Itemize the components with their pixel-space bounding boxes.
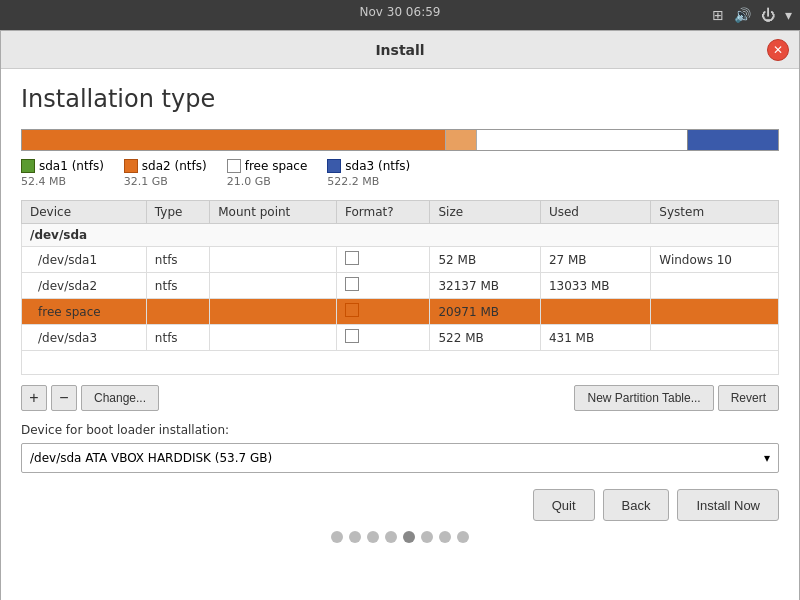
legend-box-sda1 [21, 159, 35, 173]
partition-bar-sda2 [22, 130, 445, 150]
change-partition-button[interactable]: Change... [81, 385, 159, 411]
legend-size-sda2: 32.1 GB [124, 175, 207, 188]
window-titlebar: Install ✕ [1, 31, 799, 69]
col-device: Device [22, 201, 147, 224]
cell-system [651, 325, 779, 351]
legend-label-sda1: sda1 (ntfs) [39, 159, 104, 173]
dot-5-active [403, 531, 415, 543]
dot-2 [349, 531, 361, 543]
cell-mount [210, 273, 337, 299]
format-checkbox-sda2[interactable] [345, 277, 359, 291]
legend-size-sda1: 52.4 MB [21, 175, 104, 188]
cell-format[interactable] [337, 247, 430, 273]
legend-box-sda3 [327, 159, 341, 173]
action-buttons: Quit Back Install Now [21, 489, 779, 521]
remove-partition-button[interactable]: − [51, 385, 77, 411]
partition-bar-sda2b [445, 130, 475, 150]
bootloader-value: /dev/sda ATA VBOX HARDDISK (53.7 GB) [30, 451, 272, 465]
legend-size-free: 21.0 GB [227, 175, 308, 188]
col-mount: Mount point [210, 201, 337, 224]
table-row[interactable]: /dev/sda [22, 224, 779, 247]
dot-1 [331, 531, 343, 543]
cell-format[interactable] [337, 273, 430, 299]
network-icon[interactable]: ⊞ [712, 7, 724, 23]
os-titlebar: Nov 30 06:59 ⊞ 🔊 ⏻ ▾ [0, 0, 800, 30]
table-row[interactable]: /dev/sda3 ntfs 522 MB 431 MB [22, 325, 779, 351]
cell-size: 32137 MB [430, 273, 540, 299]
cell-format-free[interactable] [337, 299, 430, 325]
dot-8 [457, 531, 469, 543]
cell-size: 522 MB [430, 325, 540, 351]
cell-used: 13033 MB [540, 273, 650, 299]
bootloader-dropdown[interactable]: /dev/sda ATA VBOX HARDDISK (53.7 GB) ▾ [21, 443, 779, 473]
cell-type-free [146, 299, 209, 325]
bootloader-label: Device for boot loader installation: [21, 423, 779, 437]
partition-bar-free [476, 130, 688, 150]
format-checkbox-free[interactable] [345, 303, 359, 317]
legend-sda3: sda3 (ntfs) 522.2 MB [327, 159, 410, 188]
legend-free: free space 21.0 GB [227, 159, 308, 188]
cell-mount-free [210, 299, 337, 325]
legend-label-sda3: sda3 (ntfs) [345, 159, 410, 173]
cell-device: /dev/sda3 [22, 325, 147, 351]
cell-type: ntfs [146, 273, 209, 299]
close-button[interactable]: ✕ [767, 39, 789, 61]
cell-format[interactable] [337, 325, 430, 351]
cell-used: 431 MB [540, 325, 650, 351]
table-row-selected[interactable]: free space 20971 MB [22, 299, 779, 325]
partition-table: Device Type Mount point Format? Size Use… [21, 200, 779, 375]
legend-sda2: sda2 (ntfs) 32.1 GB [124, 159, 207, 188]
new-partition-table-button[interactable]: New Partition Table... [574, 385, 713, 411]
legend-box-sda2 [124, 159, 138, 173]
cell-type: ntfs [146, 325, 209, 351]
volume-icon[interactable]: 🔊 [734, 7, 751, 23]
cell-type: ntfs [146, 247, 209, 273]
cell-size-free: 20971 MB [430, 299, 540, 325]
cell-system-free [651, 299, 779, 325]
col-type: Type [146, 201, 209, 224]
quit-button[interactable]: Quit [533, 489, 595, 521]
back-button[interactable]: Back [603, 489, 670, 521]
dot-4 [385, 531, 397, 543]
cell-used: 27 MB [540, 247, 650, 273]
dot-6 [421, 531, 433, 543]
window-title: Install [375, 42, 424, 58]
format-checkbox-sda3[interactable] [345, 329, 359, 343]
cell-system [651, 273, 779, 299]
dropdown-arrow-icon: ▾ [764, 451, 770, 465]
partition-bar-sda3 [687, 130, 778, 150]
cell-device-free: free space [22, 299, 147, 325]
table-row[interactable]: /dev/sda1 ntfs 52 MB 27 MB Windows 10 [22, 247, 779, 273]
legend-label-free: free space [245, 159, 308, 173]
dot-7 [439, 531, 451, 543]
progress-dots [21, 531, 779, 543]
menu-icon[interactable]: ▾ [785, 7, 792, 23]
install-now-button[interactable]: Install Now [677, 489, 779, 521]
format-checkbox-sda1[interactable] [345, 251, 359, 265]
cell-used-free [540, 299, 650, 325]
revert-button[interactable]: Revert [718, 385, 779, 411]
add-partition-button[interactable]: + [21, 385, 47, 411]
system-tray: ⊞ 🔊 ⏻ ▾ [712, 7, 792, 23]
table-row[interactable]: /dev/sda2 ntfs 32137 MB 13033 MB [22, 273, 779, 299]
page-title: Installation type [21, 85, 779, 113]
cell-device: /dev/sda2 [22, 273, 147, 299]
legend-size-sda3: 522.2 MB [327, 175, 410, 188]
partition-controls: + − Change... New Partition Table... Rev… [21, 385, 779, 411]
cell-mount [210, 247, 337, 273]
table-row-empty [22, 351, 779, 375]
cell-size: 52 MB [430, 247, 540, 273]
power-icon[interactable]: ⏻ [761, 7, 775, 23]
content-area: Installation type sda1 (ntfs) 52.4 MB sd… [1, 69, 799, 600]
dot-3 [367, 531, 379, 543]
datetime-display: Nov 30 06:59 [360, 5, 441, 19]
col-size: Size [430, 201, 540, 224]
legend-box-free [227, 159, 241, 173]
install-window: Install ✕ Installation type sda1 (ntfs) … [0, 30, 800, 600]
legend-sda1: sda1 (ntfs) 52.4 MB [21, 159, 104, 188]
cell-mount [210, 325, 337, 351]
device-group-label: /dev/sda [22, 224, 779, 247]
partition-legend: sda1 (ntfs) 52.4 MB sda2 (ntfs) 32.1 GB … [21, 159, 779, 188]
cell-device: /dev/sda1 [22, 247, 147, 273]
partition-bar [21, 129, 779, 151]
